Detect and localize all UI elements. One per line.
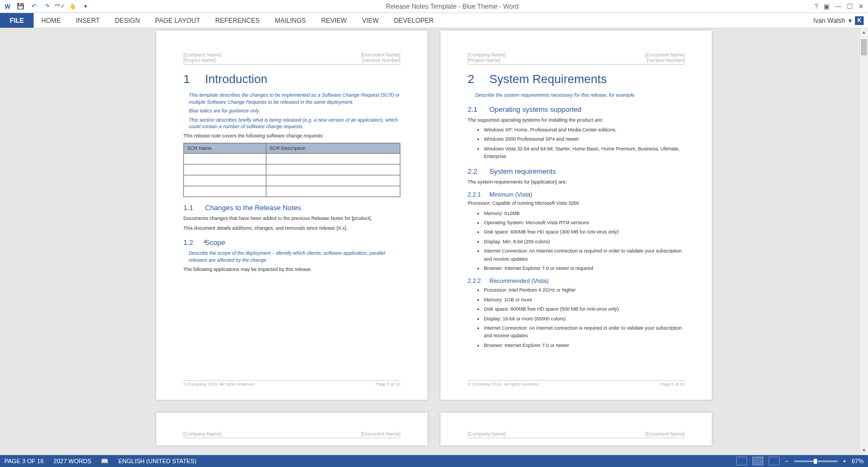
tab-references[interactable]: REFERENCES (208, 13, 267, 28)
spellcheck-icon[interactable]: ᴬᴮ✓ (55, 2, 64, 11)
file-tab[interactable]: FILE (0, 13, 34, 28)
help-icon[interactable]: ? (814, 3, 818, 10)
tab-insert[interactable]: INSERT (68, 13, 107, 28)
tab-review[interactable]: REVIEW (314, 13, 354, 28)
user-dropdown-icon: ▾ (848, 17, 852, 24)
minimize-icon[interactable]: — (835, 3, 841, 10)
ribbon-display-icon[interactable]: ▣ (824, 3, 829, 10)
quick-access-toolbar: W 💾 ↶ ↷ ᴬᴮ✓ 👆 ▾ (0, 2, 90, 11)
save-icon[interactable]: 💾 (16, 2, 25, 11)
user-name: Ivan Walsh (813, 17, 845, 24)
undo-icon[interactable]: ↶ (29, 2, 38, 11)
window-buttons: ? ▣ — ☐ ✕ (814, 3, 868, 10)
title-bar: W 💾 ↶ ↷ ᴬᴮ✓ 👆 ▾ Release Notes Template -… (0, 0, 868, 13)
tab-mailings[interactable]: MAILINGS (267, 13, 314, 28)
qat-customize-icon[interactable]: ▾ (81, 2, 90, 11)
tab-view[interactable]: VIEW (354, 13, 386, 28)
document-title: Release Notes Template - Blue Theme - Wo… (90, 3, 814, 10)
redo-icon[interactable]: ↷ (42, 2, 51, 11)
tab-design[interactable]: DESIGN (107, 13, 148, 28)
ribbon-tabs: FILE HOME INSERT DESIGN PAGE LAYOUT REFE… (0, 13, 868, 28)
touch-mode-icon[interactable]: 👆 (68, 2, 77, 11)
user-avatar: K (855, 16, 864, 25)
word-icon: W (3, 2, 12, 11)
user-account[interactable]: Ivan Walsh ▾ K (813, 16, 868, 25)
tab-home[interactable]: HOME (34, 13, 68, 28)
close-icon[interactable]: ✕ (858, 3, 864, 10)
maximize-icon[interactable]: ☐ (847, 3, 853, 10)
tab-developer[interactable]: DEVELOPER (386, 13, 441, 28)
tab-page-layout[interactable]: PAGE LAYOUT (148, 13, 208, 28)
